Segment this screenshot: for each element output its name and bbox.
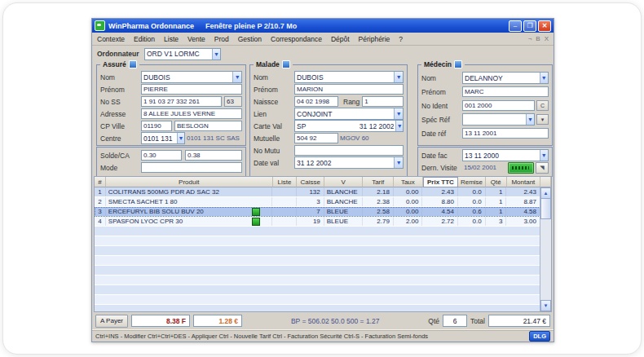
medecin-dateref-input[interactable]: [463, 129, 548, 138]
solde-input-1[interactable]: [142, 151, 181, 160]
medecin-nom-combo[interactable]: ▼: [462, 72, 549, 84]
column-header-v[interactable]: V: [324, 177, 363, 187]
medecin-ident-field[interactable]: [462, 100, 535, 111]
maximize-button[interactable]: ❐: [523, 20, 536, 32]
menu-liste[interactable]: Liste: [164, 35, 179, 43]
malade-nomutu-input[interactable]: [295, 146, 403, 155]
assure-cp-input[interactable]: [142, 121, 171, 130]
datefac-input[interactable]: [463, 150, 540, 161]
malade-rang-input[interactable]: [363, 97, 403, 106]
menu-contexte[interactable]: Contexte: [97, 35, 125, 43]
malade-dateval-input[interactable]: [295, 157, 394, 168]
malade-dateval-combo[interactable]: ▼: [294, 156, 404, 169]
mode-input[interactable]: [142, 163, 241, 172]
column-header-caisse[interactable]: Caisse: [297, 177, 324, 187]
malade-naissance-field[interactable]: [294, 96, 338, 107]
menu-[interactable]: ?: [399, 35, 403, 43]
menu-edition[interactable]: Edition: [134, 35, 155, 43]
malade-mutuelle-field[interactable]: [294, 133, 338, 143]
assure-centre-input[interactable]: [142, 133, 177, 143]
chevron-down-icon[interactable]: ▼: [394, 157, 403, 168]
assure-centre-combo[interactable]: ▼: [141, 132, 185, 144]
medecin-spec-combo[interactable]: ▼: [462, 113, 535, 126]
table-row[interactable]: 4SPASFON LYOC CPR 3019BLEUE2.792.002.720…: [95, 217, 540, 227]
chevron-down-icon[interactable]: ▼: [526, 114, 534, 125]
menu-tool-icon-1[interactable]: ¬: [528, 35, 532, 42]
small-arrow-button[interactable]: ◥: [536, 162, 549, 174]
assure-nom-input[interactable]: [142, 72, 232, 82]
menu-tool-icon-3[interactable]: X: [545, 35, 549, 42]
assure-adresse-input[interactable]: [142, 109, 241, 118]
medecin-spec-input[interactable]: [463, 114, 526, 125]
chevron-down-icon[interactable]: ▼: [394, 72, 403, 82]
green-action-button[interactable]: [508, 162, 534, 174]
assure-adresse-field[interactable]: [141, 108, 242, 119]
medecin-ident-input[interactable]: [463, 101, 534, 110]
column-header-taux[interactable]: Taux: [394, 177, 423, 187]
malade-lien-combo[interactable]: ▼: [294, 108, 404, 120]
menu-prod[interactable]: Prod: [214, 35, 229, 43]
menu-gestion[interactable]: Gestion: [238, 35, 262, 43]
chevron-down-icon[interactable]: ▼: [540, 73, 548, 83]
panel-header-icon[interactable]: [454, 60, 462, 68]
column-header-montant[interactable]: Montant: [507, 177, 541, 187]
assure-ville-input[interactable]: [175, 121, 241, 130]
assure-prenom-field[interactable]: [141, 84, 242, 95]
close-button[interactable]: ✕: [538, 20, 551, 32]
datefac-combo[interactable]: ▼: [462, 149, 549, 161]
solde-field-2[interactable]: [185, 150, 242, 161]
malade-carte-type-input[interactable]: [295, 121, 318, 131]
medecin-dateref-field[interactable]: [462, 128, 549, 139]
assure-cp-field[interactable]: [141, 121, 172, 131]
medecin-nom-input[interactable]: [463, 73, 540, 83]
malade-nomutu-field[interactable]: [294, 145, 404, 156]
medecin-spec-button[interactable]: ▾: [536, 114, 549, 125]
scrollbar-thumb[interactable]: [540, 198, 551, 219]
vertical-scrollbar[interactable]: ▲ ▼: [540, 187, 551, 311]
assure-nom-combo[interactable]: ▼: [141, 71, 242, 83]
column-header-tarif[interactable]: Tarif: [363, 177, 394, 187]
panel-header-icon[interactable]: [129, 60, 137, 68]
malade-rang-field[interactable]: [362, 96, 404, 107]
table-row[interactable]: 3ERCEFURYL BIB SOLU BUV 207BLEUE2.580.00…: [95, 207, 540, 217]
menu-correspondance[interactable]: Correspondance: [271, 35, 322, 43]
malade-lien-input[interactable]: [295, 108, 394, 119]
chevron-down-icon[interactable]: ▼: [232, 72, 241, 82]
malade-nom-combo[interactable]: ▼: [294, 71, 404, 83]
scroll-up-icon[interactable]: ▲: [540, 187, 551, 199]
table-row[interactable]: 1COLITRANS 500MG PDR AD SAC 32132BLANCHE…: [95, 187, 540, 197]
scroll-down-icon[interactable]: ▼: [540, 300, 551, 311]
medecin-prenom-input[interactable]: [463, 87, 548, 96]
solde-input-2[interactable]: [186, 151, 241, 160]
ordonnateur-input[interactable]: [145, 49, 212, 60]
titlebar[interactable]: WinPharma Ordonnance Fenêtre pleine P 2/…: [92, 19, 554, 33]
chevron-down-icon[interactable]: ▼: [395, 121, 403, 131]
panel-header-icon[interactable]: [282, 60, 290, 68]
assure-ss-field[interactable]: [141, 96, 222, 107]
malade-carte-combo[interactable]: ▼: [294, 120, 404, 132]
solde-field-1[interactable]: [141, 150, 182, 161]
column-header-#[interactable]: #: [95, 177, 106, 187]
malade-prenom-field[interactable]: [294, 84, 404, 95]
column-header-qt[interactable]: Qté: [486, 177, 507, 187]
a-payer-button[interactable]: A Payer: [95, 315, 128, 328]
ordonnateur-combo[interactable]: ▼: [144, 48, 221, 60]
malade-prenom-input[interactable]: [295, 85, 403, 94]
column-header-prixttc[interactable]: Prix TTC: [423, 177, 459, 187]
medecin-ident-button[interactable]: C: [536, 100, 549, 111]
minimize-button[interactable]: –: [509, 20, 522, 32]
column-header-produit[interactable]: Produit: [106, 177, 273, 187]
menu-priphrie[interactable]: Périphérie: [359, 35, 390, 43]
medecin-prenom-field[interactable]: [462, 86, 549, 97]
assure-ville-field[interactable]: [174, 121, 242, 131]
menu-dpt[interactable]: Dépôt: [331, 35, 350, 43]
chevron-down-icon[interactable]: ▼: [394, 108, 403, 119]
malade-naissance-input[interactable]: [295, 97, 337, 106]
assure-ss-input[interactable]: [142, 97, 221, 106]
chevron-down-icon[interactable]: ▼: [177, 133, 184, 143]
malade-mutuelle-input[interactable]: [295, 134, 337, 143]
chevron-down-icon[interactable]: ▼: [540, 150, 548, 161]
assure-prenom-input[interactable]: [142, 85, 241, 94]
column-header-remise[interactable]: Remise: [458, 177, 486, 187]
mode-field[interactable]: [141, 162, 242, 173]
